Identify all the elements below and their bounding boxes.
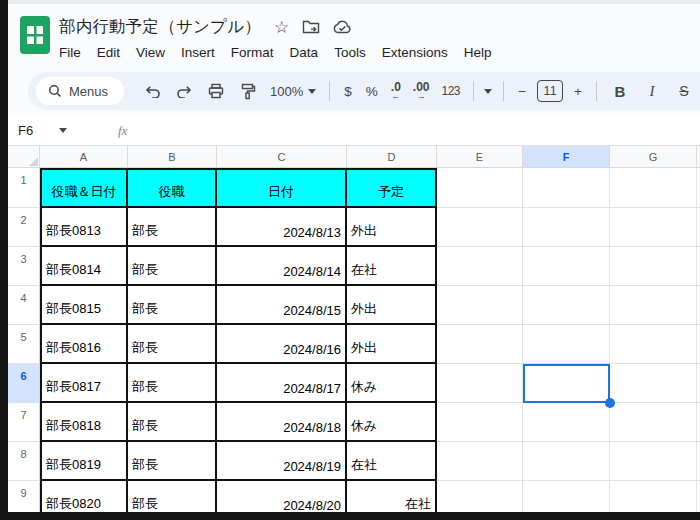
redo-icon[interactable]	[171, 78, 197, 104]
menu-item-view[interactable]: View	[128, 43, 173, 62]
menu-item-file[interactable]: File	[51, 43, 89, 62]
cell-b1[interactable]: 役職	[128, 168, 217, 208]
print-icon[interactable]	[203, 78, 229, 104]
increase-decimal-button[interactable]: .00 →	[413, 81, 430, 101]
column-header-a[interactable]: A	[40, 146, 128, 168]
cell-e6[interactable]	[437, 364, 523, 403]
percent-format-button[interactable]: %	[366, 84, 378, 99]
sheets-logo-icon[interactable]	[20, 16, 50, 54]
cell-e1[interactable]	[437, 168, 523, 208]
cell-a5[interactable]: 部長0816	[40, 325, 128, 364]
row-header-5[interactable]: 5	[8, 325, 40, 364]
cell-c3[interactable]: 2024/8/14	[217, 247, 347, 286]
decrease-decimal-button[interactable]: .0 ←	[391, 81, 401, 101]
cell-b2[interactable]: 部長	[128, 208, 217, 247]
menu-item-extensions[interactable]: Extensions	[374, 43, 456, 62]
cell-a7[interactable]: 部長0818	[40, 403, 128, 442]
fill-handle[interactable]	[605, 398, 615, 408]
cell-b4[interactable]: 部長	[128, 286, 217, 325]
strikethrough-button[interactable]: S	[671, 78, 697, 104]
select-all-corner[interactable]	[8, 146, 40, 168]
zoom-control[interactable]: 100%	[270, 84, 316, 99]
cell-a9[interactable]: 部長0820	[40, 481, 128, 512]
cell-f3[interactable]	[523, 247, 610, 286]
cell-b5[interactable]: 部長	[128, 325, 217, 364]
cell-b9[interactable]: 部長	[128, 481, 217, 512]
menu-item-format[interactable]: Format	[223, 43, 282, 62]
column-header-d[interactable]: D	[347, 146, 437, 168]
cell-e9[interactable]	[437, 481, 523, 512]
number-format-button[interactable]: 123	[442, 84, 461, 98]
name-box[interactable]: F6	[8, 123, 100, 138]
paint-format-icon[interactable]	[235, 78, 261, 104]
cell-c7[interactable]: 2024/8/18	[217, 403, 347, 442]
cell-a6[interactable]: 部長0817	[40, 364, 128, 403]
document-title[interactable]: 部内行動予定（サンプル）	[59, 16, 261, 38]
cell-a4[interactable]: 部長0815	[40, 286, 128, 325]
menu-item-edit[interactable]: Edit	[89, 43, 128, 62]
column-header-e[interactable]: E	[437, 146, 523, 168]
bold-button[interactable]: B	[607, 78, 633, 104]
row-header-3[interactable]: 3	[8, 247, 40, 286]
cell-g4[interactable]	[610, 286, 697, 325]
cell-c6[interactable]: 2024/8/17	[217, 364, 347, 403]
cell-c4[interactable]: 2024/8/15	[217, 286, 347, 325]
cell-b8[interactable]: 部長	[128, 442, 217, 481]
cell-d9[interactable]: 在社	[347, 481, 437, 512]
column-header-g[interactable]: G	[610, 146, 697, 168]
menu-item-help[interactable]: Help	[456, 43, 500, 62]
cell-g1[interactable]	[610, 168, 697, 208]
currency-format-button[interactable]: $	[344, 84, 352, 99]
cell-d1[interactable]: 予定	[347, 168, 437, 208]
move-folder-icon[interactable]	[302, 20, 320, 34]
cell-f5[interactable]	[523, 325, 610, 364]
cell-f6-selected[interactable]	[523, 364, 610, 403]
decrease-font-size-button[interactable]: −	[518, 84, 526, 99]
row-header-2[interactable]: 2	[8, 208, 40, 247]
cell-g8[interactable]	[610, 442, 697, 481]
row-header-1[interactable]: 1	[8, 168, 40, 208]
cell-d3[interactable]: 在社	[347, 247, 437, 286]
italic-button[interactable]: I	[639, 78, 665, 104]
cell-d7[interactable]: 休み	[347, 403, 437, 442]
menu-item-tools[interactable]: Tools	[326, 43, 374, 62]
row-header-7[interactable]: 7	[8, 403, 40, 442]
column-header-f[interactable]: F	[523, 146, 610, 168]
cell-b6[interactable]: 部長	[128, 364, 217, 403]
cell-c2[interactable]: 2024/8/13	[217, 208, 347, 247]
cell-d2[interactable]: 外出	[347, 208, 437, 247]
cell-e8[interactable]	[437, 442, 523, 481]
undo-icon[interactable]	[139, 78, 165, 104]
cell-d4[interactable]: 外出	[347, 286, 437, 325]
formula-input[interactable]	[127, 116, 700, 145]
cell-f7[interactable]	[523, 403, 610, 442]
cell-b3[interactable]: 部長	[128, 247, 217, 286]
cell-c5[interactable]: 2024/8/16	[217, 325, 347, 364]
cell-e2[interactable]	[437, 208, 523, 247]
menu-item-data[interactable]: Data	[282, 43, 327, 62]
star-icon[interactable]: ☆	[274, 19, 289, 36]
cell-a2[interactable]: 部長0813	[40, 208, 128, 247]
cell-e7[interactable]	[437, 403, 523, 442]
cell-d5[interactable]: 外出	[347, 325, 437, 364]
cell-g2[interactable]	[610, 208, 697, 247]
cell-g5[interactable]	[610, 325, 697, 364]
cell-a8[interactable]: 部長0819	[40, 442, 128, 481]
cloud-status-icon[interactable]	[333, 20, 352, 34]
cell-f1[interactable]	[523, 168, 610, 208]
cell-b7[interactable]: 部長	[128, 403, 217, 442]
menus-search-button[interactable]: Menus	[36, 77, 124, 105]
column-header-b[interactable]: B	[128, 146, 217, 168]
cell-d8[interactable]: 在社	[347, 442, 437, 481]
cell-e5[interactable]	[437, 325, 523, 364]
row-header-8[interactable]: 8	[8, 442, 40, 481]
row-header-4[interactable]: 4	[8, 286, 40, 325]
cell-e3[interactable]	[437, 247, 523, 286]
cell-a3[interactable]: 部長0814	[40, 247, 128, 286]
cell-g9[interactable]	[610, 481, 697, 512]
cell-g3[interactable]	[610, 247, 697, 286]
column-header-c[interactable]: C	[217, 146, 347, 168]
row-header-9[interactable]: 9	[8, 481, 40, 512]
cell-d6[interactable]: 休み	[347, 364, 437, 403]
increase-font-size-button[interactable]: +	[574, 84, 582, 99]
